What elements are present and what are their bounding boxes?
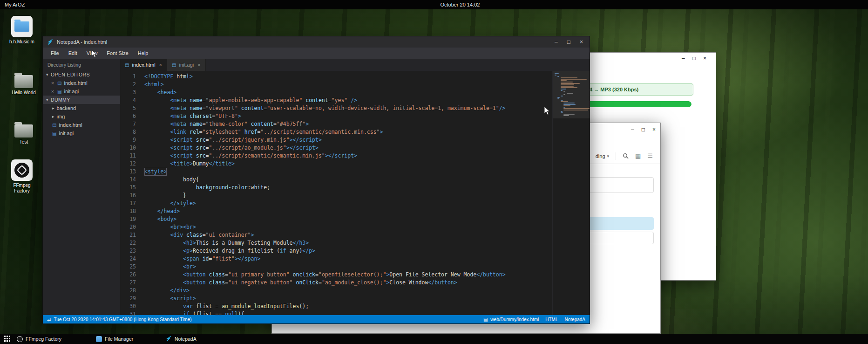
code-line-22[interactable]: <h3>This is a Dummy Testing Module</h3> xyxy=(144,239,552,247)
minimize-button[interactable]: – xyxy=(631,127,634,132)
line-number: 15 xyxy=(120,184,136,192)
aroz-menu[interactable]: My ArOZ xyxy=(5,2,25,7)
notepad-titlebar[interactable]: NotepadA - index.html –□× xyxy=(43,36,590,48)
minimap[interactable] xyxy=(552,71,590,315)
desktop-icon-ffmpeg-factory[interactable]: FFmpeg Factory xyxy=(5,159,39,194)
tree-folder-backend[interactable]: ▸backend xyxy=(43,104,120,112)
desktop-icon-label: h.h.Music m xyxy=(9,39,34,45)
code-line-5[interactable]: <meta name="viewport" content="user-scal… xyxy=(144,104,552,112)
maximize-button[interactable]: □ xyxy=(642,127,645,132)
taskbar-item-file-manager[interactable]: File Manager xyxy=(96,334,133,344)
desktop-icon-hello-world[interactable]: Hello World xyxy=(7,71,41,96)
open-editor-index-html[interactable]: ×▤index.html xyxy=(43,79,120,87)
open-editors-section[interactable]: ▾ OPEN EDITORS xyxy=(43,70,120,79)
notepad-main: Directory Listing ▾ OPEN EDITORS ×▤index… xyxy=(43,59,590,315)
grid-view-icon[interactable]: ▦ xyxy=(635,152,641,159)
taskbar-item-ffmpeg-factory[interactable]: FFmpeg Factory xyxy=(17,334,61,344)
code-line-31[interactable]: if (flist == null){ xyxy=(144,310,552,315)
line-number: 19 xyxy=(120,215,136,223)
code-line-19[interactable]: <body> xyxy=(144,215,552,223)
list-view-icon[interactable]: ☰ xyxy=(647,152,653,159)
code-line-2[interactable]: <html> xyxy=(144,81,552,89)
close-icon[interactable]: × xyxy=(50,80,55,86)
dummy-folder-section[interactable]: ▾ DUMMY xyxy=(43,96,120,104)
taskbar-item-label: NotepadA xyxy=(175,336,197,342)
notepada-window[interactable]: NotepadA - index.html –□× FileEditViewFo… xyxy=(42,36,590,324)
notepada-logo-icon xyxy=(47,39,54,45)
desktop-icon-h-h-music-m[interactable]: h.h.Music m xyxy=(5,16,39,45)
line-number: 12 xyxy=(120,160,136,168)
search-icon[interactable] xyxy=(623,153,629,159)
minimize-button[interactable]: – xyxy=(555,39,558,45)
code-line-20[interactable]: <br><br> xyxy=(144,223,552,231)
code-line-24[interactable]: <span id="flist"></span> xyxy=(144,255,552,263)
sort-dropdown[interactable]: ding ▾ xyxy=(596,153,609,159)
menu-view[interactable]: View xyxy=(82,49,102,57)
code-line-14[interactable]: body{ xyxy=(144,176,552,184)
apps-grid-icon[interactable] xyxy=(4,336,11,342)
code-line-27[interactable]: <button class="ui negative button" onCli… xyxy=(144,279,552,287)
code-line-29[interactable]: <script> xyxy=(144,295,552,303)
tab-index-html[interactable]: ▤index.html× xyxy=(120,59,167,71)
line-number: 11 xyxy=(120,152,136,160)
close-button[interactable]: × xyxy=(652,127,656,132)
code-line-12[interactable]: <title>Dummy</title> xyxy=(144,160,552,168)
tab-init-agi[interactable]: ▤init.agi× xyxy=(167,59,206,71)
code-line-10[interactable]: <script src="../script/ao_module.js"></s… xyxy=(144,144,552,152)
code-area[interactable]: 1234567891011121314151617181920212223242… xyxy=(120,71,590,315)
tree-folder-img[interactable]: ▸img xyxy=(43,112,120,121)
taskbar-item-notepada[interactable]: NotepadA xyxy=(166,334,197,344)
open-editor-label: index.html xyxy=(64,80,87,86)
code-line-8[interactable]: <link rel="stylesheet" href="../script/s… xyxy=(144,128,552,136)
code-line-6[interactable]: <meta charset="UTF-8"> xyxy=(144,112,552,120)
sort-label: ding xyxy=(596,153,605,159)
close-tab-icon[interactable]: × xyxy=(197,62,200,68)
minimap-slider[interactable] xyxy=(553,71,590,118)
code-line-26[interactable]: <button class="ui primary button" onclic… xyxy=(144,271,552,279)
code-line-3[interactable]: <head> xyxy=(144,89,552,96)
code-line-4[interactable]: <meta name="apple-mobile-web-app-capable… xyxy=(144,96,552,104)
code-lines[interactable]: <!DOCTYPE html><html> <head> <meta name=… xyxy=(142,71,552,315)
close-tab-icon[interactable]: × xyxy=(159,62,162,68)
top-bar: My ArOZ October 20 14:02 xyxy=(0,0,868,9)
code-line-9[interactable]: <script src="../script/jquery.min.js"></… xyxy=(144,136,552,144)
menu-help[interactable]: Help xyxy=(134,49,153,57)
desktop-icon-test[interactable]: Test xyxy=(7,120,41,145)
code-line-17[interactable]: </style> xyxy=(144,200,552,207)
status-file[interactable]: ▤ web/Dummy/index.html xyxy=(483,317,539,322)
file-icon: ▤ xyxy=(57,81,61,86)
desktop-icon-label: Hello World xyxy=(12,90,36,96)
tree-file-index-html[interactable]: ▤index.html xyxy=(43,121,120,129)
code-line-28[interactable]: </div> xyxy=(144,287,552,295)
code-line-13[interactable]: <style> xyxy=(144,168,167,176)
code-line-16[interactable]: } xyxy=(144,192,552,200)
line-number: 26 xyxy=(120,271,136,279)
code-line-7[interactable]: <meta name="theme-color" content="#4b75f… xyxy=(144,120,552,128)
code-line-11[interactable]: <script src="../script/semantic/semantic… xyxy=(144,152,552,160)
code-line-21[interactable]: <div class="ui container"> xyxy=(144,231,552,239)
menu-edit[interactable]: Edit xyxy=(64,49,81,57)
code-line-15[interactable]: background-color:white; xyxy=(144,184,552,192)
window-title: NotepadA - index.html xyxy=(57,39,107,45)
code-line-23[interactable]: <p>Received drag-in filelist (if any)</p… xyxy=(144,247,552,255)
open-editor-init-agi[interactable]: ×▤init.agi xyxy=(43,87,120,96)
file-icon: ▤ xyxy=(52,123,56,128)
tab-label: index.html xyxy=(132,62,155,68)
tree-file-init-agi[interactable]: ▤init.agi xyxy=(43,129,120,138)
close-button[interactable]: × xyxy=(580,39,583,45)
code-line-18[interactable]: </head> xyxy=(144,207,552,215)
menu-file[interactable]: File xyxy=(47,49,63,57)
code-line-30[interactable]: var flist = ao_module_loadInputFiles(); xyxy=(144,303,552,310)
code-line-25[interactable]: <br> xyxy=(144,263,552,271)
maximize-button[interactable]: □ xyxy=(692,55,696,61)
line-number: 30 xyxy=(120,303,136,310)
toolbar-divider xyxy=(616,152,616,160)
tb-fm-icon xyxy=(96,336,102,342)
maximize-button[interactable]: □ xyxy=(567,39,570,45)
status-language[interactable]: HTML xyxy=(545,317,558,322)
close-icon[interactable]: × xyxy=(50,89,55,94)
minimize-button[interactable]: – xyxy=(682,55,685,61)
close-button[interactable]: × xyxy=(703,55,706,61)
menu-font-size[interactable]: Font Size xyxy=(102,49,132,57)
code-line-1[interactable]: <!DOCTYPE html> xyxy=(144,73,552,81)
